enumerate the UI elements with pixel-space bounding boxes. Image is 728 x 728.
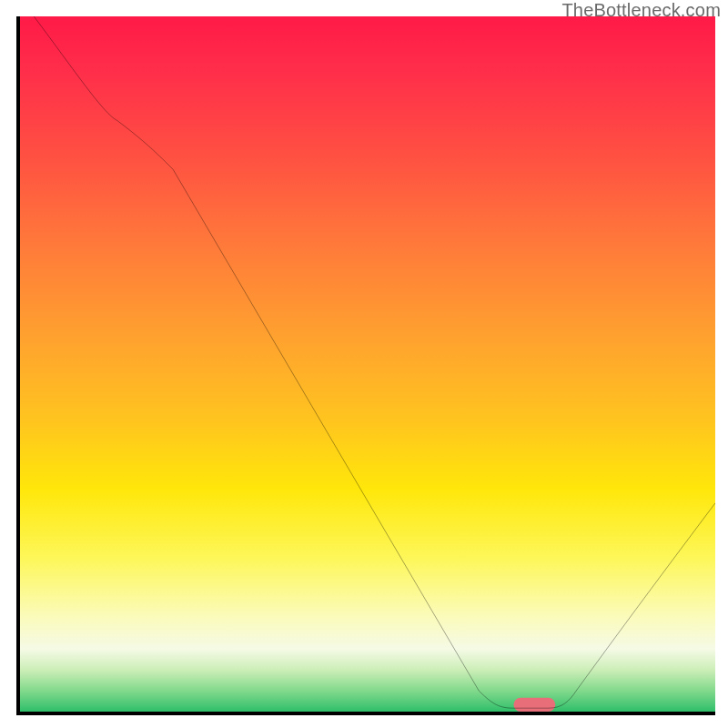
curve-layer xyxy=(20,16,715,712)
optimal-marker xyxy=(513,698,555,712)
bottleneck-chart: TheBottleneck.com xyxy=(0,0,728,728)
bottleneck-curve-path xyxy=(34,16,715,708)
plot-area xyxy=(16,16,715,715)
